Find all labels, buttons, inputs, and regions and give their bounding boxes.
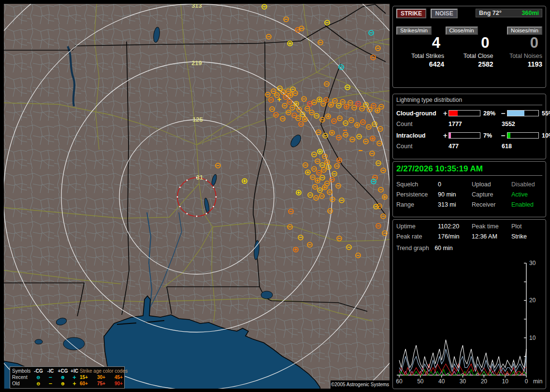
legend-symbol: ⊖ xyxy=(32,374,44,380)
map-canvas[interactable]: 31321912531 Symbols-CG-IC+CG+ICStrike ag… xyxy=(4,4,390,389)
plot-value: Strike xyxy=(511,233,542,240)
legend-symbol: − xyxy=(44,380,57,387)
noises-per-min-column: Noises/min 0 Total Noises 1193 xyxy=(494,27,542,68)
cg-negative-pct: 55% xyxy=(540,110,550,117)
minus-sign: − xyxy=(501,110,507,117)
trend-y-tick-label: 20 xyxy=(529,297,536,304)
total-strikes-label: Total Strikes xyxy=(396,53,444,59)
receiver-label: Receiver xyxy=(472,201,511,208)
ring-label-313: 313 xyxy=(191,4,202,9)
close-per-min-button[interactable]: Close/min xyxy=(446,27,478,35)
age-code-label: 75+ xyxy=(97,380,115,387)
trend-x-tick-label: 40 xyxy=(438,378,445,385)
datetime-display: 2/27/2026 10:35:19 AM xyxy=(396,164,542,176)
legend-symbol: ⊕ xyxy=(57,380,69,387)
strikes-per-min-button[interactable]: Strikes/min xyxy=(396,27,432,35)
close-per-min-column: Close/min 0 Total Close 2582 xyxy=(446,27,493,68)
legend-header: Symbols xyxy=(12,368,32,374)
ic-positive-bar xyxy=(449,132,480,139)
legend-symbol: ⊖ xyxy=(32,380,44,387)
total-noises-value: 1193 xyxy=(494,60,542,68)
cg-negative-count: 3552 xyxy=(496,121,542,127)
ic-positive-count: 477 xyxy=(443,143,496,150)
close-per-min-value: 0 xyxy=(446,35,493,51)
squelch-label: Squelch xyxy=(396,181,438,188)
uptime-label: Uptime xyxy=(396,223,438,230)
cloud-ground-row: Cloud-ground + 28% − 55% xyxy=(396,110,542,117)
peak-time-label: Peak time xyxy=(472,223,511,230)
noise-mode-button[interactable]: NOISE xyxy=(431,9,457,18)
capture-label: Capture xyxy=(472,191,511,198)
trend-x-axis-unit: min xyxy=(533,378,542,385)
total-close-label: Total Close xyxy=(446,53,493,59)
rates-box: STRIKE NOISE Bng 72° 360mi Strikes/min 4… xyxy=(392,6,546,88)
map-legend: Symbols-CG-IC+CG+ICStrike age color code… xyxy=(10,366,125,389)
plus-sign: + xyxy=(443,110,449,117)
legend-symbol: + xyxy=(69,374,80,380)
total-strikes-value: 6424 xyxy=(396,60,444,68)
persistence-label: Persistence xyxy=(396,191,438,198)
minus-sign: − xyxy=(501,132,507,139)
upload-label: Upload xyxy=(472,181,511,188)
distribution-header: Lightning type distribution xyxy=(396,97,542,105)
range-label: Range xyxy=(396,201,438,208)
ic-positive-pct: 7% xyxy=(481,132,501,139)
plot-label: Plot xyxy=(511,223,542,230)
map-svg: 31321912531 xyxy=(4,4,390,389)
strikes-per-min-value: 4 xyxy=(396,35,444,51)
persistence-value: 90 min xyxy=(438,191,472,198)
cloud-ground-label: Cloud-ground xyxy=(396,110,443,117)
age-code-label: 45+ xyxy=(115,374,129,380)
age-code-label: 60+ xyxy=(80,380,97,387)
cg-negative-bar xyxy=(507,110,539,116)
uptime-value: 1102:20 xyxy=(438,223,472,230)
ic-negative-count: 618 xyxy=(496,143,542,150)
capture-status: Active xyxy=(511,191,542,198)
intracloud-count-row: Count 477 618 xyxy=(396,143,542,150)
range-value: 313 mi xyxy=(438,201,472,208)
receiver-status: Enabled xyxy=(511,201,542,208)
intracloud-label: Intracloud xyxy=(396,132,443,139)
count-label: Count xyxy=(396,121,443,127)
distribution-box: Lightning type distribution Cloud-ground… xyxy=(392,94,546,159)
total-close-value: 2582 xyxy=(446,60,493,68)
trend-x-tick-label: 10 xyxy=(502,378,508,385)
age-code-label: 30+ xyxy=(97,374,115,380)
cg-positive-count: 1777 xyxy=(443,121,496,127)
legend-header: +CG xyxy=(57,368,69,374)
noises-per-min-button[interactable]: Noises/min xyxy=(507,27,542,35)
legend-header: -IC xyxy=(44,368,57,374)
trend-x-tick-label: 0 xyxy=(525,378,528,385)
legend-row-label: Recent xyxy=(12,374,32,380)
bearing-label: Bng 72° xyxy=(479,10,502,16)
trend-x-tick-label: 30 xyxy=(460,378,466,385)
intracloud-row: Intracloud + 7% − 10% xyxy=(396,132,542,139)
side-panel: STRIKE NOISE Bng 72° 360mi Strikes/min 4… xyxy=(391,4,548,389)
strike-mode-button[interactable]: STRIKE xyxy=(396,9,426,18)
peak-time-value: 12:36 AM xyxy=(472,233,511,240)
trend-x-tick-label: 20 xyxy=(481,378,488,385)
trend-x-tick-label: 60 xyxy=(396,378,403,385)
trend-box: Uptime 1102:20 Peak time Plot Peak rate … xyxy=(392,219,546,389)
cg-positive-bar xyxy=(449,110,480,116)
cloud-ground-count-row: Count 1777 3552 xyxy=(396,121,542,127)
strikes-per-min-column: Strikes/min 4 Total Strikes 6424 xyxy=(396,27,444,68)
ic-negative-bar xyxy=(507,132,539,139)
peak-rate-value: 176/min xyxy=(438,233,472,240)
copyright-label: ©2005 Astrogenic Systems xyxy=(331,380,390,389)
status-box: 2/27/2026 10:35:19 AM Squelch 0 Upload D… xyxy=(392,161,546,217)
legend-header: -CG xyxy=(32,368,44,374)
ic-negative-pct: 10% xyxy=(540,132,550,139)
noises-per-min-value: 0 xyxy=(494,35,542,51)
bearing-indicator: Bng 72° 360mi xyxy=(476,9,542,17)
app-window: 31321912531 Symbols-CG-IC+CG+ICStrike ag… xyxy=(0,0,550,392)
ring-label-219: 219 xyxy=(191,59,202,67)
ring-label-31: 31 xyxy=(196,174,203,181)
trend-graph-period: 60 min xyxy=(434,245,453,252)
total-noises-label: Total Noises xyxy=(494,53,542,59)
trend-x-tick-label: 50 xyxy=(417,378,424,385)
trend-y-tick-label: 30 xyxy=(529,260,536,266)
peak-rate-label: Peak rate xyxy=(396,233,438,240)
trend-y-tick-label: 10 xyxy=(529,335,536,341)
squelch-value: 0 xyxy=(438,181,472,188)
